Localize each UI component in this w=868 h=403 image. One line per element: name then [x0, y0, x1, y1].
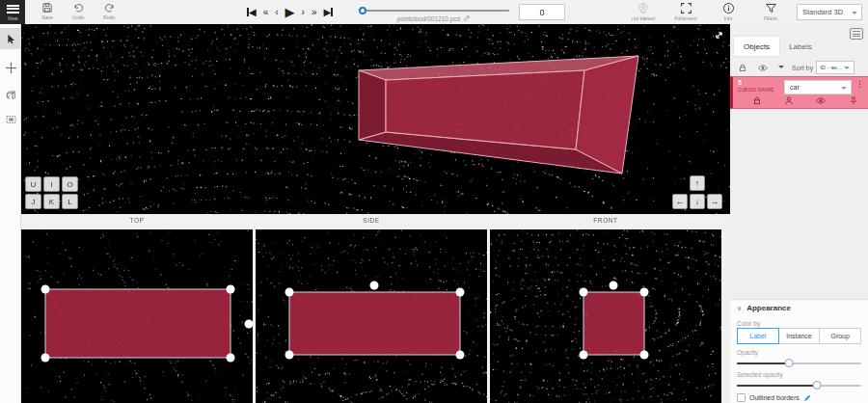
- playback-controls: ◀ « ‹ ▶ › » ▶: [247, 0, 333, 24]
- redo-button[interactable]: Redo: [96, 2, 122, 20]
- bbox-handle[interactable]: [41, 285, 50, 294]
- appearance-header[interactable]: ∨ Appearance: [737, 304, 791, 312]
- expand-all-icon[interactable]: [778, 66, 784, 68]
- play-button[interactable]: ▶: [285, 6, 295, 18]
- key-u-button[interactable]: U: [25, 176, 41, 192]
- arrow-right-button[interactable]: →: [707, 194, 722, 209]
- undo-button[interactable]: Undo: [66, 2, 91, 20]
- key-j-button[interactable]: J: [25, 194, 41, 209]
- move-icon: [5, 62, 17, 74]
- color-by-label-button[interactable]: Label: [737, 328, 779, 344]
- bbox-rect-front-view[interactable]: [583, 292, 644, 355]
- opacity-slider-handle[interactable]: [785, 359, 794, 367]
- sort-select[interactable]: ID - as...: [816, 61, 854, 74]
- marquee-select-tool-button[interactable]: [0, 109, 21, 130]
- bbox-handle[interactable]: [580, 288, 588, 297]
- object-visibility-button[interactable]: [815, 95, 827, 106]
- front-view-label: FRONT: [490, 217, 721, 224]
- marquee-icon: [5, 114, 17, 125]
- object-class-select[interactable]: car: [784, 80, 852, 94]
- fullscreen-button[interactable]: Fullscreen: [669, 2, 702, 21]
- side-view-panel[interactable]: [256, 229, 487, 403]
- next-frame-button[interactable]: ›: [302, 8, 305, 17]
- fullscreen-icon: [680, 2, 692, 14]
- move-tool-button[interactable]: [0, 57, 21, 78]
- frame-slider-handle[interactable]: [359, 7, 366, 14]
- bbox-handle[interactable]: [227, 285, 235, 294]
- color-by-group-button[interactable]: Group: [819, 328, 861, 344]
- front-view-annotation: [490, 229, 721, 403]
- bbox-rotate-handle[interactable]: [245, 320, 254, 329]
- object-lock-button[interactable]: [752, 95, 762, 106]
- arrow-down-button[interactable]: ↓: [690, 194, 705, 209]
- bbox-handle[interactable]: [640, 351, 649, 360]
- bbox-handle[interactable]: [227, 354, 235, 363]
- objects-toolbar: Sort by ID - as...: [730, 59, 868, 76]
- previous-frame-button[interactable]: ‹: [275, 8, 278, 17]
- info-icon: [722, 2, 735, 14]
- cuboid-icon: [5, 89, 17, 100]
- color-by-instance-button[interactable]: Instance: [778, 328, 821, 344]
- visibility-all-icon[interactable]: [757, 63, 769, 73]
- save-button[interactable]: Save: [35, 2, 60, 20]
- main-3d-viewport[interactable]: U I O J K L ↑ ← ↓ →: [21, 24, 730, 214]
- side-view-label: SIDE: [256, 217, 487, 224]
- selected-opacity-slider-handle[interactable]: [812, 381, 821, 390]
- main-menu-button[interactable]: View: [0, 0, 25, 24]
- lock-all-icon[interactable]: [738, 63, 747, 73]
- expand-view-icon[interactable]: [714, 30, 724, 40]
- outlined-borders-checkbox[interactable]: [737, 393, 746, 402]
- skip-start-button[interactable]: ◀: [247, 8, 257, 17]
- bbox-rotate-handle[interactable]: [370, 282, 379, 290]
- front-view-panel[interactable]: [490, 229, 721, 403]
- bbox-handle[interactable]: [640, 288, 649, 297]
- object-actions: [752, 95, 858, 106]
- bbox-handle[interactable]: [285, 288, 294, 297]
- top-view-panel[interactable]: [21, 229, 253, 403]
- arrow-up-button[interactable]: ↑: [690, 175, 705, 191]
- bbox-handle[interactable]: [580, 351, 588, 360]
- outlined-borders-label: Outlined borders: [749, 394, 800, 401]
- main-point-cloud-canvas[interactable]: [21, 24, 730, 214]
- object-pin-button[interactable]: [849, 95, 858, 106]
- outlined-borders-row: Outlined borders: [737, 393, 812, 402]
- bbox-handle[interactable]: [285, 351, 294, 360]
- chevron-down-icon: [841, 87, 847, 90]
- fast-forward-button[interactable]: »: [312, 8, 317, 17]
- rewind-button[interactable]: «: [263, 8, 269, 17]
- object-menu-icon[interactable]: ⋮: [855, 79, 864, 89]
- arrow-left-button[interactable]: ←: [672, 194, 688, 209]
- bbox-handle[interactable]: [456, 288, 465, 297]
- object-assignee-button[interactable]: [784, 95, 794, 106]
- top-view-annotation: [21, 229, 253, 403]
- bbox-rotate-handle[interactable]: [610, 282, 618, 290]
- filters-button[interactable]: Filters: [754, 2, 787, 21]
- bbox-rect-top-view[interactable]: [45, 289, 231, 358]
- opacity-slider[interactable]: [737, 359, 861, 367]
- bbox-handle[interactable]: [41, 354, 50, 363]
- key-k-button[interactable]: K: [43, 194, 60, 209]
- key-i-button[interactable]: I: [43, 176, 60, 192]
- link-icon[interactable]: [463, 14, 471, 22]
- ai-model-button[interactable]: not trained: [627, 2, 660, 21]
- key-o-button[interactable]: O: [62, 176, 78, 192]
- hamburger-icon: [7, 3, 19, 14]
- bbox-handle[interactable]: [456, 351, 465, 360]
- selected-opacity-slider[interactable]: [737, 381, 861, 390]
- info-button[interactable]: Info: [712, 2, 745, 21]
- select-tool-button[interactable]: [0, 28, 21, 49]
- top-view-label: TOP: [21, 217, 253, 224]
- tab-labels[interactable]: Labels: [779, 37, 822, 56]
- tab-objects[interactable]: Objects: [734, 37, 779, 56]
- panel-options-icon[interactable]: [850, 28, 863, 40]
- cuboid-tool-button[interactable]: [0, 84, 21, 105]
- brain-icon: [637, 2, 650, 14]
- pencil-icon[interactable]: [803, 393, 812, 402]
- bbox-rect-side-view[interactable]: [289, 292, 460, 355]
- frame-number-input[interactable]: [519, 4, 565, 20]
- skip-end-button[interactable]: ▶: [324, 8, 334, 17]
- view-mode-select[interactable]: Standard 3D: [797, 4, 862, 20]
- object-card-car[interactable]: 5 CUBOID SHAPE car ⋮: [730, 76, 868, 109]
- chevron-down-icon: [852, 12, 857, 14]
- key-l-button[interactable]: L: [62, 194, 78, 209]
